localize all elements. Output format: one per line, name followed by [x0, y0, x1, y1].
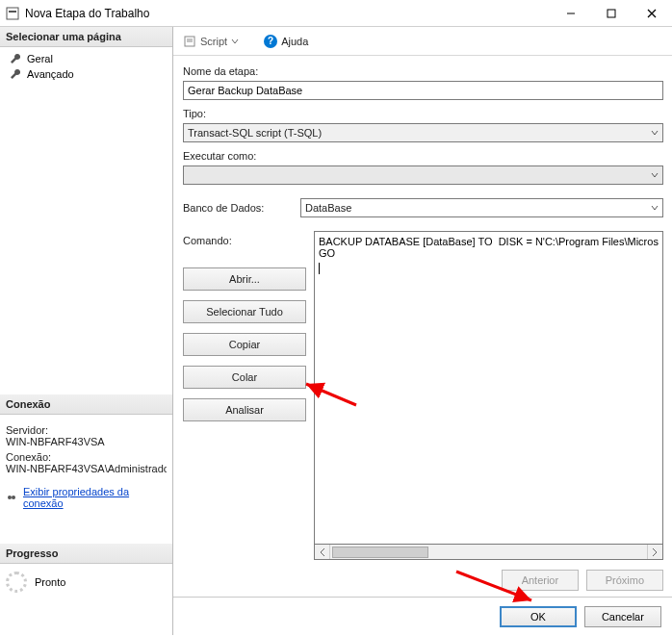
select-page-heading: Selecionar uma página — [0, 27, 172, 47]
copy-button[interactable]: Copiar — [183, 333, 306, 356]
connection-value: WIN-NBFARF43VSA\Administrador — [6, 463, 167, 474]
svg-rect-3 — [607, 10, 615, 17]
view-connection-props-link[interactable]: Exibir propriedades da conexão — [23, 486, 167, 509]
progress-heading: Progresso — [0, 544, 172, 564]
cancel-button[interactable]: Cancelar — [584, 606, 661, 627]
wrench-icon — [10, 68, 21, 80]
database-value: DataBase — [305, 202, 351, 214]
previous-button[interactable]: Anterior — [502, 570, 579, 591]
scroll-left-icon[interactable] — [315, 545, 330, 559]
chevron-down-icon — [651, 171, 659, 179]
connection-label: Conexão: — [6, 451, 167, 463]
chevron-down-icon — [651, 204, 659, 212]
horizontal-scrollbar[interactable] — [314, 545, 663, 560]
window-buttons — [551, 0, 672, 26]
connection-body: Servidor: WIN-NBFARF43VSA Conexão: WIN-N… — [0, 415, 172, 480]
window-title: Nova Etapa do Trabalho — [25, 7, 551, 20]
sidebar-item-avancado[interactable]: Avançado — [4, 66, 168, 82]
database-combo[interactable]: DataBase — [300, 198, 663, 217]
help-button[interactable]: ? Ajuda — [260, 33, 312, 50]
server-label: Servidor: — [6, 424, 167, 436]
link-icon — [6, 492, 17, 503]
window-titlebar: Nova Etapa do Trabalho — [0, 0, 672, 27]
select-all-button[interactable]: Selecionar Tudo — [183, 300, 306, 323]
text-cursor — [319, 263, 320, 274]
chevron-down-icon — [651, 129, 659, 137]
type-combo[interactable]: Transact-SQL script (T-SQL) — [183, 123, 663, 142]
connection-heading: Conexão — [0, 394, 172, 415]
progress-status: Pronto — [35, 576, 65, 588]
app-icon — [6, 7, 19, 20]
svg-point-6 — [8, 496, 12, 499]
help-icon: ? — [264, 35, 277, 48]
view-connection-props[interactable]: Exibir propriedades da conexão — [0, 480, 172, 515]
chevron-down-icon — [231, 38, 239, 45]
type-value: Transact-SQL script (T-SQL) — [188, 127, 322, 139]
minimize-button[interactable] — [551, 0, 591, 26]
step-name-input[interactable] — [183, 81, 663, 100]
script-icon — [183, 35, 196, 48]
runas-label: Executar como: — [183, 150, 663, 162]
svg-rect-0 — [7, 8, 18, 19]
scrollbar-thumb[interactable] — [332, 547, 428, 558]
runas-combo[interactable] — [183, 165, 663, 185]
progress-spinner-icon — [6, 572, 27, 593]
sidebar-item-label: Geral — [27, 53, 53, 64]
command-editor[interactable]: BACKUP DATABASE [DataBase] TO DISK = N'C… — [314, 231, 663, 545]
command-text: BACKUP DATABASE [DataBase] TO DISK = N'C… — [319, 236, 659, 259]
script-dropdown[interactable]: Script — [179, 33, 243, 50]
main-panel: Script ? Ajuda Nome da etapa: Tipo: Tran… — [173, 27, 672, 635]
step-name-label: Nome da etapa: — [183, 65, 663, 77]
scroll-right-icon[interactable] — [647, 545, 662, 559]
open-button[interactable]: Abrir... — [183, 267, 306, 291]
script-label: Script — [200, 36, 227, 47]
help-label: Ajuda — [281, 36, 308, 47]
svg-rect-1 — [9, 11, 16, 13]
next-button[interactable]: Próximo — [586, 570, 663, 591]
maximize-button[interactable] — [591, 0, 632, 26]
database-label: Banco de Dados: — [183, 198, 289, 214]
close-button[interactable] — [632, 0, 672, 26]
svg-point-7 — [12, 496, 15, 499]
server-value: WIN-NBFARF43VSA — [6, 436, 167, 447]
toolbar: Script ? Ajuda — [173, 27, 672, 56]
progress-body: Pronto — [0, 564, 172, 600]
wrench-icon — [10, 53, 21, 64]
paste-button[interactable]: Colar — [183, 366, 306, 389]
sidebar: Selecionar uma página Geral Avançado Con… — [0, 27, 173, 635]
analyze-button[interactable]: Analisar — [183, 398, 306, 421]
sidebar-item-label: Avançado — [27, 68, 74, 80]
dialog-footer: OK Cancelar — [173, 597, 672, 635]
type-label: Tipo: — [183, 108, 663, 119]
sidebar-item-geral[interactable]: Geral — [4, 51, 168, 66]
ok-button[interactable]: OK — [500, 606, 577, 627]
